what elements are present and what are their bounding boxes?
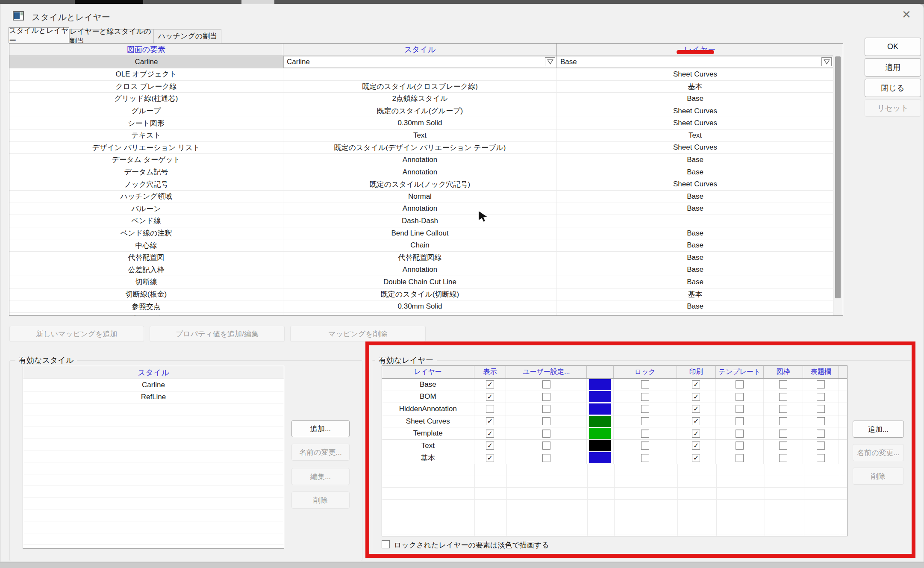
template-checkbox[interactable] (736, 441, 744, 450)
layer-row[interactable]: 基本 ✓ ✓ (382, 452, 847, 465)
close-icon[interactable]: ✕ (897, 6, 916, 23)
column-header-layer-name[interactable]: レイヤー (382, 366, 474, 378)
mapping-row[interactable]: 代替配置図代替配置図線Base (9, 252, 833, 264)
mapping-row[interactable]: シート図形0.30mm SolidSheet Curves (9, 117, 833, 129)
filter-funnel-icon[interactable] (821, 57, 832, 66)
layer-color-chip[interactable] (589, 452, 611, 463)
add-edit-property-value-button[interactable]: プロパティ値を追加/編集 (150, 326, 285, 342)
print-checkbox[interactable]: ✓ (692, 454, 700, 462)
print-checkbox[interactable]: ✓ (692, 430, 700, 438)
template-checkbox[interactable] (736, 380, 744, 388)
column-header-print[interactable]: 印刷 (677, 366, 716, 378)
layer-name[interactable]: Base (382, 379, 474, 391)
selected-mapping-row[interactable]: Carline Carline Base (9, 56, 843, 68)
mapping-row[interactable]: 参照交点0.30mm SolidBase (9, 300, 833, 313)
mapping-row[interactable]: グループ既定のスタイル(グループ)Sheet Curves (9, 105, 833, 118)
layer-delete-button[interactable]: 削除 (853, 468, 904, 485)
mapping-row[interactable]: データム ターゲットAnnotationBase (9, 154, 833, 166)
show-checkbox[interactable]: ✓ (486, 393, 494, 401)
mapping-row[interactable]: デザイン バリエーション リスト既定のスタイル(デザイン バリエーション テーブ… (9, 142, 833, 154)
mapping-row[interactable]: テキストTextText (9, 129, 833, 142)
column-header-layer[interactable]: レイヤー (557, 44, 843, 56)
ok-button[interactable]: OK (865, 38, 921, 56)
layer-color-chip[interactable] (589, 416, 611, 427)
mapping-row[interactable]: 切断線(板金)既定のスタイル(切断線)基本 (9, 288, 833, 301)
template-checkbox[interactable] (736, 405, 744, 413)
print-checkbox[interactable]: ✓ (692, 405, 700, 413)
delete-mapping-button[interactable]: マッピングを削除 (290, 326, 426, 342)
layer-row[interactable]: Text ✓ ✓ (382, 440, 847, 452)
apply-button[interactable]: 適用 (865, 58, 921, 77)
layer-row[interactable]: BOM ✓ ✓ (382, 391, 847, 403)
show-checkbox[interactable]: ✓ (486, 430, 494, 438)
titleblock-checkbox[interactable] (817, 417, 825, 425)
layer-name[interactable]: Text (382, 440, 474, 452)
mapping-row[interactable]: クロス ブレーク線既定のスタイル(クロスブレーク線)基本 (9, 81, 833, 93)
titleblock-checkbox[interactable] (817, 380, 825, 388)
mapping-row[interactable]: グリッド線(柱通芯)2点鎖線スタイルBase (9, 93, 833, 105)
mapping-table-scrollbar[interactable] (833, 56, 843, 315)
column-header-frame[interactable]: 図枠 (764, 366, 803, 378)
user-setting-checkbox[interactable] (542, 393, 550, 401)
mapping-row[interactable]: データム記号AnnotationBase (9, 166, 833, 179)
titleblock-checkbox[interactable] (817, 405, 825, 413)
titleblock-checkbox[interactable] (817, 430, 825, 438)
show-checkbox[interactable]: ✓ (486, 417, 494, 425)
user-setting-checkbox[interactable] (542, 430, 550, 438)
frame-checkbox[interactable] (779, 441, 787, 450)
column-header-show[interactable]: 表示 (474, 366, 506, 378)
user-setting-checkbox[interactable] (542, 405, 550, 413)
reset-button[interactable]: リセット (865, 99, 921, 117)
frame-checkbox[interactable] (779, 380, 787, 388)
add-new-mapping-button[interactable]: 新しいマッピングを追加 (9, 326, 144, 342)
layer-row[interactable]: Template ✓ ✓ (382, 427, 847, 440)
mapping-row[interactable]: 中心線ChainBase (9, 239, 833, 252)
frame-checkbox[interactable] (779, 417, 787, 425)
template-checkbox[interactable] (736, 454, 744, 462)
selected-element-cell[interactable]: Carline (9, 56, 283, 68)
close-button[interactable]: 閉じる (865, 79, 921, 97)
frame-checkbox[interactable] (779, 430, 787, 438)
styles-list-column-header[interactable]: スタイル (23, 366, 284, 379)
layer-name[interactable]: Template (382, 427, 474, 439)
user-setting-checkbox[interactable] (542, 454, 550, 462)
titleblock-checkbox[interactable] (817, 441, 825, 450)
layer-add-button[interactable]: 追加... (853, 421, 904, 438)
style-add-button[interactable]: 追加... (291, 420, 350, 437)
print-checkbox[interactable]: ✓ (692, 417, 700, 425)
mapping-row[interactable]: ノック穴記号既定のスタイル(ノック穴記号)Sheet Curves (9, 178, 833, 191)
show-checkbox[interactable]: ✓ (486, 380, 494, 388)
show-checkbox[interactable]: ✓ (486, 454, 494, 462)
style-delete-button[interactable]: 削除 (291, 491, 350, 509)
frame-checkbox[interactable] (779, 454, 787, 462)
print-checkbox[interactable]: ✓ (692, 380, 700, 388)
mapping-row[interactable]: ベンド線の注釈Bend Line CalloutBase (9, 227, 833, 240)
lock-checkbox[interactable] (641, 380, 649, 388)
style-rename-button[interactable]: 名前の変更... (291, 444, 350, 461)
lock-checkbox[interactable] (641, 417, 649, 425)
titleblock-checkbox[interactable] (817, 454, 825, 462)
layer-color-chip[interactable] (589, 440, 611, 451)
titleblock-checkbox[interactable] (817, 393, 825, 401)
scrollbar-thumb[interactable] (835, 56, 841, 298)
style-list-item[interactable]: RefLine (23, 391, 284, 404)
mapping-row[interactable]: 切断線Double Chain Cut LineBase (9, 276, 833, 288)
show-checkbox[interactable] (486, 405, 494, 413)
style-list-item[interactable]: Carline (23, 379, 284, 391)
lock-checkbox[interactable] (641, 393, 649, 401)
column-header-lock[interactable]: ロック (614, 366, 677, 378)
layer-row[interactable]: Sheet Curves ✓ ✓ (382, 415, 847, 428)
mapping-row[interactable]: バルーンAnnotationBase (9, 203, 833, 215)
user-setting-checkbox[interactable] (542, 380, 550, 388)
lock-checkbox[interactable] (641, 454, 649, 462)
tab-hatching-assignment[interactable]: ハッチングの割当 (154, 29, 221, 43)
layer-row[interactable]: HiddenAnnotation ✓ (382, 403, 847, 415)
layer-color-chip[interactable] (589, 379, 611, 390)
style-filter-field[interactable]: Carline (283, 56, 557, 68)
mapping-row[interactable]: OLE オブジェクトSheet Curves (9, 68, 833, 81)
column-header-color[interactable] (587, 366, 614, 378)
user-setting-checkbox[interactable] (542, 417, 550, 425)
mapping-row[interactable]: 参照図形0.30mm SolidBase (9, 313, 833, 316)
mapping-row[interactable]: 公差記入枠AnnotationBase (9, 264, 833, 277)
layer-filter-field[interactable]: Base (557, 56, 833, 68)
